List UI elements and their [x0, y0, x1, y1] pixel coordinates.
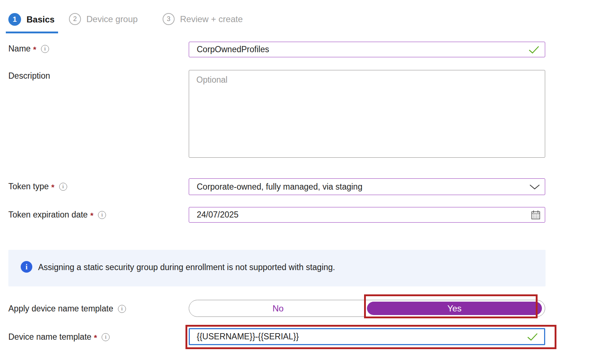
info-banner-text: Assigning a static security group during…: [38, 262, 335, 272]
name-label-text: Name: [8, 44, 30, 54]
tab-device-group-label: Device group: [86, 14, 138, 24]
info-icon[interactable]: i: [118, 305, 126, 313]
info-icon[interactable]: i: [98, 211, 106, 219]
name-input[interactable]: [189, 42, 545, 57]
token-type-value: Corporate-owned, fully managed, via stag…: [197, 182, 362, 192]
tab-device-group[interactable]: 2 Device group: [69, 13, 138, 25]
toggle-option-no[interactable]: No: [189, 300, 367, 317]
tab-basics[interactable]: 1 Basics: [6, 13, 58, 33]
step-3-badge: 3: [163, 13, 175, 25]
description-textarea[interactable]: [189, 70, 545, 158]
token-type-label-text: Token type: [8, 182, 49, 191]
create-profile-wizard: 1 Basics 2 Device group 3 Review + creat…: [0, 0, 596, 364]
apply-template-label: Apply device name template i: [8, 304, 126, 314]
required-asterisk: *: [90, 211, 94, 220]
apply-template-label-text: Apply device name template: [8, 304, 113, 314]
info-banner: i Assigning a static security group duri…: [8, 250, 546, 286]
info-icon[interactable]: i: [102, 333, 110, 341]
token-type-label: Token type * i: [8, 182, 67, 191]
token-expiration-input[interactable]: [189, 207, 545, 223]
name-label: Name * i: [8, 44, 49, 54]
step-1-badge: 1: [8, 13, 21, 26]
description-label: Description: [8, 71, 50, 81]
info-filled-icon: i: [21, 261, 32, 273]
required-asterisk: *: [51, 183, 54, 192]
device-template-label-text: Device name template: [8, 332, 91, 342]
token-type-select[interactable]: Corporate-owned, fully managed, via stag…: [189, 178, 545, 195]
step-2-badge: 2: [69, 13, 81, 25]
annotation-box-template-input: [185, 325, 556, 349]
device-template-label: Device name template * i: [8, 332, 110, 342]
tab-basics-label: Basics: [26, 15, 54, 25]
token-expiration-label-text: Token expiration date: [8, 210, 88, 220]
required-asterisk: *: [33, 45, 36, 54]
token-expiration-label: Token expiration date * i: [8, 210, 106, 220]
info-icon[interactable]: i: [41, 45, 49, 53]
description-label-text: Description: [8, 71, 50, 81]
tab-review-create-label: Review + create: [180, 14, 243, 24]
info-icon[interactable]: i: [59, 183, 67, 191]
annotation-box-yes: [364, 294, 538, 318]
tab-review-create[interactable]: 3 Review + create: [163, 13, 243, 25]
required-asterisk: *: [94, 333, 97, 343]
calendar-icon[interactable]: [531, 210, 541, 222]
